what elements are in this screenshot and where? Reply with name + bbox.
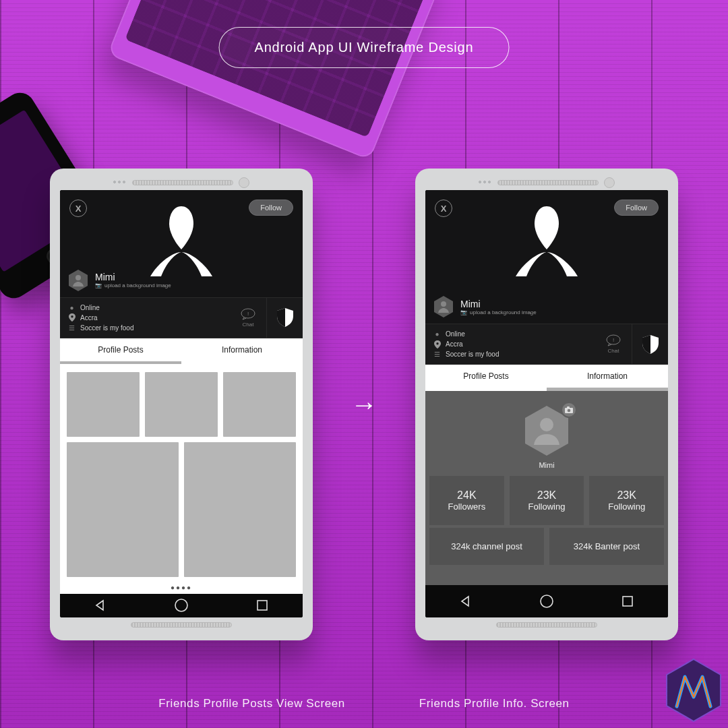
tab-profile-posts[interactable]: Profile Posts (425, 365, 547, 388)
earpiece (132, 180, 233, 185)
edit-avatar-button[interactable] (561, 402, 577, 418)
front-camera-icon (604, 177, 615, 188)
svg-rect-16 (623, 597, 632, 606)
svg-point-7 (441, 301, 446, 307)
chat-icon: ! (606, 334, 621, 346)
location: Accra (80, 314, 98, 322)
shield-icon (276, 307, 294, 328)
bio: Soccer is my food (446, 351, 499, 358)
brand-logo-icon (663, 657, 724, 724)
avatar-icon (68, 269, 88, 292)
online-status: Online (446, 330, 465, 338)
svg-point-4 (175, 599, 187, 611)
location: Accra (446, 340, 463, 348)
nav-recent-button[interactable] (254, 597, 270, 613)
chat-button[interactable]: ! Chat (595, 324, 632, 364)
shield-icon (642, 334, 659, 355)
svg-point-11 (540, 418, 553, 431)
caption-right: Friends Profile Info. Screen (419, 697, 570, 710)
svg-text:!: ! (613, 337, 614, 343)
tab-bar: Profile Posts Information (425, 365, 668, 388)
stat-following-2[interactable]: 23KFollowing (589, 476, 664, 525)
svg-text:!: ! (247, 311, 249, 317)
shield-button[interactable] (266, 298, 303, 338)
post-tile[interactable] (184, 442, 296, 577)
online-dot-icon: ● (433, 330, 441, 338)
bio-icon: ☰ (68, 324, 75, 332)
svg-point-14 (568, 409, 571, 413)
chat-icon: ! (241, 308, 255, 320)
post-tile[interactable] (223, 372, 296, 437)
tab-bar: Profile Posts Information (60, 338, 303, 361)
stat-followers[interactable]: 24KFollowers (429, 476, 504, 525)
avatar-icon (433, 295, 454, 318)
tab-information[interactable]: Information (181, 338, 303, 361)
nav-home-button[interactable] (173, 597, 189, 613)
svg-point-15 (541, 595, 553, 607)
online-status: Online (80, 304, 100, 311)
device-posts-view: X Follow Mimi 📷 upload a background imag… (50, 169, 313, 640)
bio: Soccer is my food (80, 324, 133, 332)
arrow-icon: → (351, 390, 377, 420)
nav-back-button[interactable] (92, 597, 109, 613)
svg-rect-5 (257, 601, 267, 610)
upload-hint[interactable]: upload a background image (470, 309, 537, 315)
chat-button[interactable]: ! Chat (230, 298, 266, 338)
follow-button[interactable]: Follow (614, 200, 659, 216)
caption-left: Friends Profile Posts View Screen (158, 697, 345, 710)
speaker (496, 622, 597, 628)
close-button[interactable]: X (69, 200, 87, 217)
info-avatar-icon (523, 404, 570, 457)
sensor-dots (113, 181, 127, 185)
profile-hero-icon (514, 202, 579, 276)
profile-hero-icon (149, 202, 214, 276)
stat-banter-posts[interactable]: 324k Banter post (549, 528, 664, 565)
nav-back-button[interactable] (458, 593, 474, 609)
chat-label: Chat (243, 322, 254, 328)
nav-home-button[interactable] (539, 593, 555, 609)
tab-profile-posts[interactable]: Profile Posts (60, 338, 181, 361)
svg-point-1 (75, 275, 81, 280)
online-dot-icon: ● (68, 304, 75, 311)
page-title: Android App UI Wireframe Design (219, 27, 510, 68)
svg-rect-13 (567, 406, 570, 408)
svg-marker-17 (667, 659, 721, 721)
camera-icon: 📷 (95, 282, 102, 289)
post-tile[interactable] (67, 372, 140, 437)
location-pin-icon (433, 340, 441, 348)
front-camera-icon (239, 177, 249, 188)
speaker (131, 622, 232, 628)
profile-name: Mimi (460, 299, 537, 309)
sensor-dots (479, 181, 492, 185)
chat-label: Chat (608, 348, 619, 354)
posts-grid (67, 372, 296, 577)
close-button[interactable]: X (435, 200, 452, 217)
upload-hint[interactable]: upload a background image (104, 282, 171, 289)
bio-icon: ☰ (433, 351, 441, 358)
nav-recent-button[interactable] (619, 593, 636, 609)
stat-channel-posts[interactable]: 324k channel post (429, 528, 544, 565)
earpiece (497, 180, 599, 185)
stat-following[interactable]: 23KFollowing (510, 476, 584, 525)
camera-icon: 📷 (460, 309, 467, 315)
follow-button[interactable]: Follow (249, 200, 293, 216)
post-tile[interactable] (145, 372, 218, 437)
camera-icon (565, 406, 573, 413)
device-info-view: X Follow Mimi 📷 upload a background imag… (415, 169, 678, 640)
pager-dots[interactable]: ●●●● (67, 577, 296, 591)
tab-information[interactable]: Information (547, 365, 668, 388)
shield-button[interactable] (632, 324, 668, 364)
location-pin-icon (68, 314, 75, 322)
info-name: Mimi (539, 461, 554, 469)
post-tile[interactable] (67, 442, 179, 577)
